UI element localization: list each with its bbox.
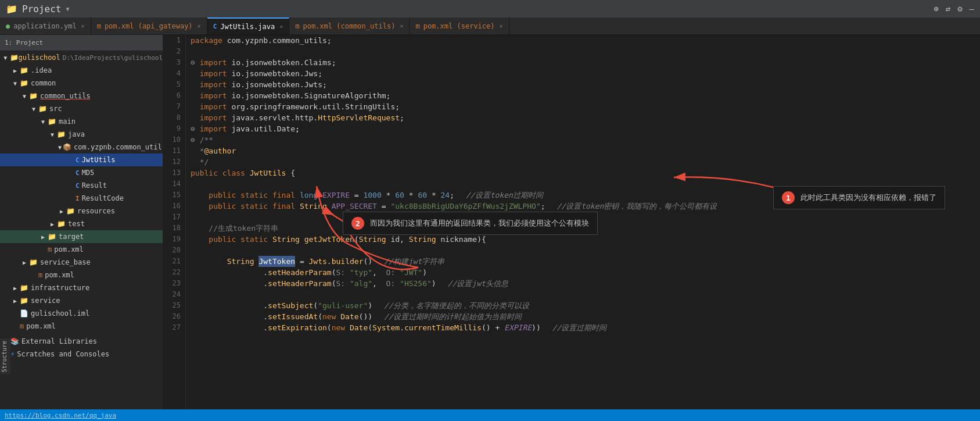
code-line-11: * @author	[191, 145, 980, 156]
tree-src-label: src	[49, 105, 62, 113]
bottom-url[interactable]: https://blog.csdn.net/qq_java	[5, 412, 116, 419]
tab-close-pom1[interactable]: ✕	[198, 23, 201, 29]
tree-jwtutils-label: JwtUtils	[82, 156, 116, 164]
code-line-22: .setHeaderParam(S: "typ", O: "JWT")	[191, 267, 980, 278]
tab-pom-common-utils[interactable]: m pom.xml (common_utils) ✕	[289, 17, 410, 34]
package-icon: 📦	[63, 143, 71, 151]
tree-common[interactable]: ▼ 📁 common	[0, 77, 163, 90]
pom-sb-icon: m	[38, 271, 42, 279]
tree-iml[interactable]: ▶ 📄 gulischool.iml	[0, 307, 163, 320]
arrow-icon-infra: ▶	[12, 285, 19, 291]
tree-pom-sb[interactable]: ▶ m pom.xml	[0, 269, 163, 281]
arrow-icon-idea: ▶	[12, 67, 19, 74]
arrow-icon-pkg: ▼	[58, 144, 62, 151]
sidebar: 1: Project ▼ 📁 gulischool D:\IdeaProject…	[0, 35, 163, 409]
code-line-1: package com.yzpnb.common_utils;	[191, 35, 980, 46]
sync-icon[interactable]: ⇄	[946, 4, 950, 13]
arrow-icon-java: ▼	[49, 131, 56, 138]
arrow-icon-res: ▶	[58, 208, 65, 215]
tree-src[interactable]: ▼ 📁 src	[0, 102, 163, 115]
code-line-21: String JwtToken = Jwts.builder() //构建jwt…	[191, 256, 980, 267]
tab-close-jwt[interactable]: ✕	[279, 23, 283, 30]
arrow-icon-service: ▶	[12, 298, 19, 304]
arrow-icon-target: ▶	[40, 234, 46, 240]
tree-test[interactable]: ▶ 📁 test	[0, 217, 163, 230]
tree-java[interactable]: ▼ 📁 java	[0, 128, 163, 141]
tree-java-label: java	[68, 130, 85, 138]
code-line-7: import org.springframework.util.StringUt…	[191, 101, 980, 112]
minimize-icon[interactable]: –	[970, 4, 974, 13]
tooltip-2-text: 而因为我们这里有通用的返回结果类，我们必须使用这个公有模块	[370, 218, 589, 229]
title-bar-icons: ⊕ ⇄ ⚙ –	[934, 4, 974, 13]
structure-panel-label[interactable]: Structure	[0, 338, 10, 374]
tree-main[interactable]: ▼ 📁 main	[0, 115, 163, 128]
tree-ext-libs[interactable]: ▶ 📚 External Libraries	[0, 335, 163, 348]
code-line-19: public static String getJwtToken(String …	[191, 234, 980, 245]
title-bar: 📁 Project ▼ ⊕ ⇄ ⚙ –	[0, 0, 980, 17]
code-line-9: ⊜ import java.util.Date;	[191, 123, 980, 134]
pom-api-icon: m	[97, 22, 101, 30]
folder-icon-src: 📁	[38, 105, 47, 113]
arrow-icon-sb: ▶	[21, 259, 28, 266]
folder-icon-root: 📁	[10, 53, 19, 62]
tab-application-yml[interactable]: ● application.yml ✕	[0, 17, 91, 34]
arrow-icon-src: ▼	[30, 106, 37, 112]
tree-package-label: com.yzpnb.common_utils	[74, 143, 163, 151]
java-i-icon-rc: I	[76, 195, 80, 202]
code-line-8: import javax.servlet.http.HttpServletReq…	[191, 112, 980, 123]
tree-service[interactable]: ▶ 📁 service	[0, 294, 163, 307]
tab-close-pom3[interactable]: ✕	[499, 23, 502, 29]
folder-icon-target: 📁	[48, 233, 56, 241]
tree-pom-cu[interactable]: ▶ m pom.xml	[0, 243, 163, 256]
tab-close-yml[interactable]: ✕	[81, 23, 85, 29]
tree-cu-label: common_utils	[40, 92, 91, 100]
java-c-icon-md5: C	[76, 169, 80, 177]
tree-common-utils[interactable]: ▼ 📁 common_utils	[0, 90, 163, 102]
tree-md5-label: MD5	[82, 169, 95, 177]
tree-result[interactable]: ▶ C Result	[0, 179, 163, 192]
tree-scratches[interactable]: ▶ ⚡ Scratches and Consoles	[0, 348, 163, 361]
arrow-icon-main: ▼	[40, 119, 46, 125]
code-line-25: .setSubject("guli-user") //分类，名字随便起的，不同的…	[191, 300, 980, 311]
pom-svc-icon: m	[415, 22, 419, 30]
iml-icon: 📄	[20, 309, 28, 317]
tab-jwtutils-java[interactable]: C JwtUtils.java ✕	[207, 17, 290, 34]
globe-icon[interactable]: ⊕	[934, 4, 938, 13]
tooltip-1-number: 1	[782, 191, 795, 204]
tooltip-2: 2 而因为我们这里有通用的返回结果类，我们必须使用这个公有模块	[343, 212, 598, 235]
line-numbers: 1 2 3 4 5 6 7 8 9 10 11 12 13 14 15 16 1…	[163, 35, 186, 409]
folder-icon-test: 📁	[57, 220, 66, 228]
sidebar-header: 1: Project	[0, 35, 163, 51]
tab-pom-api-gateway[interactable]: m pom.xml (api_gateway) ✕	[91, 17, 207, 34]
tree-ext-label: External Libraries	[21, 337, 97, 345]
folder-icon-cu: 📁	[29, 92, 38, 100]
tree-result-label: Result	[82, 181, 107, 190]
title-bar-dropdown[interactable]: ▼	[66, 6, 69, 12]
tab-close-pom2[interactable]: ✕	[400, 23, 403, 29]
tree-service-base[interactable]: ▶ 📁 service_base	[0, 256, 163, 269]
arrow-icon-root: ▼	[2, 55, 9, 61]
tab-pom-service[interactable]: m pom.xml (service) ✕	[410, 17, 509, 34]
tree-resultcode[interactable]: ▶ I ResultCode	[0, 192, 163, 205]
tree-target-label: target	[59, 233, 84, 241]
tooltip-1: 1 此时此工具类因为没有相应依赖，报错了	[773, 186, 945, 209]
java-c-icon-jwt: C	[76, 156, 80, 164]
tree-pom-root[interactable]: ▶ m pom.xml	[0, 320, 163, 333]
main-content: 1: Project ▼ 📁 gulischool D:\IdeaProject…	[0, 35, 980, 409]
tree-main-label: main	[59, 117, 76, 126]
tree-resources[interactable]: ▶ 📁 resources	[0, 205, 163, 217]
code-line-12: */	[191, 156, 980, 167]
pom-cu-icon: m	[295, 22, 299, 30]
tree-idea[interactable]: ▶ 📁 .idea	[0, 64, 163, 77]
tree-root[interactable]: ▼ 📁 gulischool D:\IdeaProjects\gulischoo…	[0, 51, 163, 64]
java-c-icon-result: C	[76, 182, 80, 190]
tree-target[interactable]: ▶ 📁 target	[0, 230, 163, 243]
tree-jwtutils[interactable]: ▶ C JwtUtils	[0, 154, 163, 166]
tree-sb-label: service_base	[40, 258, 91, 266]
tree-infrastructure[interactable]: ▶ 📁 infrastructure	[0, 281, 163, 294]
tree-pom-root-label: pom.xml	[26, 322, 56, 330]
tree-md5[interactable]: ▶ C MD5	[0, 166, 163, 179]
settings-icon[interactable]: ⚙	[957, 4, 962, 13]
arrow-icon-common: ▼	[12, 80, 19, 87]
tree-package[interactable]: ▼ 📦 com.yzpnb.common_utils	[0, 141, 163, 154]
